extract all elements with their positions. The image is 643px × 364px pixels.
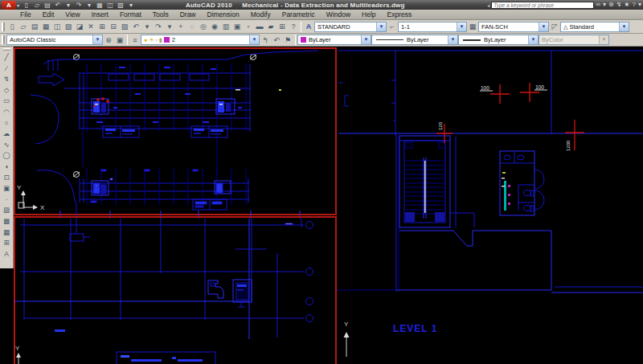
publish-icon[interactable]: ▧ (63, 21, 74, 32)
spline-icon[interactable]: ∿ (1, 139, 12, 150)
cut-icon[interactable]: ✕ (85, 21, 96, 32)
plot-icon[interactable]: ▦ (40, 21, 51, 32)
layer-freeze-sun-icon[interactable]: ☀ (149, 35, 154, 44)
rectangle-icon[interactable]: ▭ (1, 95, 12, 106)
chevron-down-icon[interactable]: ▼ (376, 22, 386, 31)
text-style-combo[interactable]: STANDARD ▼ (314, 22, 387, 32)
favorites-icon[interactable]: ★ (624, 1, 629, 9)
mleader-style-combo[interactable]: △ Standard ▼ (560, 22, 629, 32)
infocenter-search-input[interactable] (491, 2, 594, 9)
sheet-set-manager-icon[interactable]: ▬ (254, 21, 265, 32)
polyline-icon[interactable]: ↯ (1, 73, 12, 84)
3ddwf-icon[interactable]: ◪ (74, 21, 85, 32)
chevron-down-icon[interactable]: ▼ (249, 35, 259, 44)
toolbar-grip[interactable] (3, 48, 10, 51)
help-icon[interactable]: ? (633, 1, 636, 9)
comm-center-icon[interactable]: ⊛ (608, 1, 614, 9)
chevron-down-icon[interactable]: ▼ (528, 35, 538, 44)
toolbar-grip[interactable] (2, 22, 5, 31)
publish-icon[interactable]: ▧ (116, 1, 125, 10)
quickcalc-icon[interactable]: ⊞ (276, 21, 288, 32)
point-icon[interactable]: ∙ (1, 194, 12, 205)
undo-icon[interactable]: ↶ (130, 21, 141, 32)
menu-modify[interactable]: Modify (245, 10, 276, 19)
line-icon[interactable]: ╱ (1, 51, 12, 63)
match-properties-icon[interactable]: ▨ (119, 21, 130, 32)
chevron-down-icon[interactable]: ▼ (539, 22, 548, 31)
arc-icon[interactable]: ◠ (1, 106, 12, 117)
copy-icon[interactable]: ⊞ (96, 21, 108, 32)
polygon-icon[interactable]: ◇ (1, 84, 12, 96)
multiline-text-icon[interactable]: A (1, 248, 12, 260)
open-icon[interactable]: ▱ (18, 21, 29, 32)
zoom-window-icon[interactable]: ◎ (198, 21, 209, 32)
subscription-icon[interactable]: ↯ (616, 1, 622, 9)
workspace-settings-icon[interactable]: ⊛ (103, 35, 114, 46)
viewport-1[interactable]: Y X (14, 48, 336, 241)
region-icon[interactable]: ▦ (1, 227, 12, 238)
menu-help[interactable]: Help (356, 10, 381, 19)
gradient-icon[interactable]: ▩ (1, 215, 12, 227)
redo-dropdown-icon[interactable]: ▾ (84, 1, 94, 10)
paste-icon[interactable]: ⊟ (108, 21, 119, 32)
mleader-style-icon[interactable]: ◸ (549, 21, 560, 32)
open-icon[interactable]: ▱ (32, 1, 42, 10)
model-space[interactable]: Y X (0, 47, 643, 364)
help-dropdown-icon[interactable]: ▾ (638, 1, 641, 9)
text-style-icon[interactable]: A (303, 21, 314, 32)
menu-view[interactable]: View (59, 10, 85, 19)
ellipse-arc-icon[interactable]: ◖ (1, 161, 12, 172)
insert-block-icon[interactable]: ⊡ (1, 172, 12, 183)
chevron-down-icon[interactable]: ▼ (619, 22, 629, 31)
table-style-combo[interactable]: FAN-SCH ▼ (478, 22, 549, 32)
app-menu-arrow-icon[interactable]: ▾ (17, 2, 19, 8)
linetype-control-combo[interactable]: ByLayer ▼ (371, 35, 458, 45)
ellipse-icon[interactable]: ◯ (1, 149, 12, 161)
plot-preview-icon[interactable]: ◫ (51, 21, 63, 32)
menu-tools[interactable]: Tools (147, 10, 174, 19)
menu-edit[interactable]: Edit (37, 10, 60, 19)
help-icon[interactable]: ? (288, 21, 299, 32)
table-style-icon[interactable]: ▦ (467, 21, 478, 32)
zoom-previous-icon[interactable]: ◉ (209, 21, 220, 32)
redo-icon[interactable]: ↷ (153, 21, 164, 32)
menu-draw[interactable]: Draw (174, 10, 202, 19)
make-block-icon[interactable]: ▣ (1, 182, 12, 194)
hatch-icon[interactable]: ▨ (1, 204, 12, 215)
designcenter-icon[interactable]: ▣ (231, 21, 243, 32)
make-object-layer-current-icon[interactable]: ↰ (260, 35, 271, 46)
redo-icon[interactable]: ↷ (74, 1, 84, 10)
lineweight-control-combo[interactable]: ByLayer ▼ (458, 35, 539, 45)
menu-file[interactable]: File (14, 10, 37, 19)
construction-line-icon[interactable]: ∕ (1, 63, 12, 74)
markup-icon[interactable]: ▰ (265, 21, 276, 32)
redo-dropdown-icon[interactable]: ▾ (164, 21, 175, 32)
app-menu-button[interactable]: A (2, 1, 16, 10)
menu-insert[interactable]: Insert (86, 10, 114, 19)
chevron-down-icon[interactable]: ▼ (448, 35, 457, 44)
my-workspace-icon[interactable]: ▣ (114, 35, 125, 46)
plot-preview-icon[interactable]: ◫ (105, 1, 115, 10)
menu-parametric[interactable]: Parametric (276, 10, 321, 19)
menu-express[interactable]: Express (382, 10, 418, 19)
color-control-combo[interactable]: ByLayer ▼ (297, 35, 371, 45)
customize-dropdown-icon[interactable]: ▾ (126, 1, 136, 10)
properties-icon[interactable]: ▥ (220, 21, 231, 32)
chevron-down-icon[interactable]: ▼ (92, 35, 102, 44)
menu-format[interactable]: Format (114, 10, 147, 19)
layer-combo[interactable]: ● ☀ ▫ ▮ 2 ▼ (141, 35, 260, 45)
workspace-combo[interactable]: AutoCAD Classic ▼ (6, 35, 103, 45)
plot-icon[interactable]: ▦ (95, 1, 104, 10)
layer-plot-icon[interactable]: ▫ (156, 35, 158, 44)
save-icon[interactable]: ▤ (43, 1, 52, 10)
layer-lock-icon[interactable]: ▮ (159, 35, 162, 44)
viewport-3[interactable]: 100 100 120 1200 LEVEL 1 Y (337, 51, 643, 357)
infocenter-collapse-icon[interactable]: ◂ (487, 2, 489, 8)
dim-style-icon[interactable]: ⌐ (387, 21, 398, 32)
undo-icon[interactable]: ↶ (53, 1, 63, 10)
tool-palettes-icon[interactable]: ▫ (243, 21, 254, 32)
qsave-icon[interactable]: ▤ (29, 21, 40, 32)
qnew-icon[interactable]: ▯ (6, 21, 18, 32)
layer-on-bulb-icon[interactable]: ● (144, 35, 147, 44)
drawing-canvas[interactable]: Y X (0, 47, 643, 364)
